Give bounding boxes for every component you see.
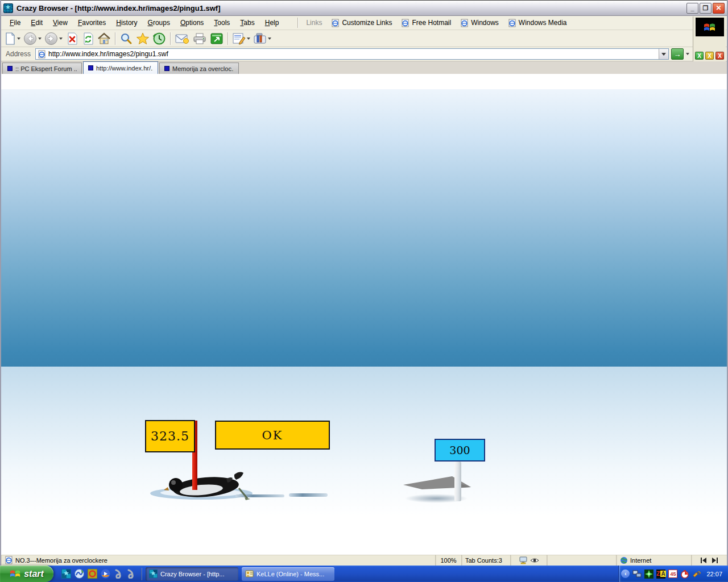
ie-page-icon — [5, 556, 13, 564]
fullscreen-icon — [210, 32, 224, 45]
link-free-hotmail[interactable]: Free Hotmail — [396, 18, 456, 28]
home-button[interactable] — [96, 31, 112, 46]
close-tab-yellow-button[interactable]: X — [705, 52, 714, 60]
refresh-button[interactable] — [80, 31, 96, 46]
ie-page-icon — [38, 50, 46, 59]
search-icon — [119, 32, 133, 45]
tray-collapse-chevron[interactable]: ‹ — [621, 569, 630, 578]
tab-memorija-za-overclockere[interactable]: Memorija za overcloc... — [159, 63, 239, 74]
network-icon[interactable] — [632, 569, 642, 579]
windows-media-player-icon[interactable] — [101, 569, 110, 579]
main-toolbar — [1, 30, 727, 47]
tab-counts: Tab Counts:3 — [465, 557, 502, 564]
edit-button[interactable] — [231, 31, 251, 46]
tools-dropdown[interactable] — [268, 38, 271, 40]
tools-icon — [253, 32, 267, 45]
zonealarm-icon[interactable]: ZA — [656, 569, 665, 579]
new-page-dropdown[interactable] — [17, 38, 20, 40]
crazy-browser-icon — [3, 3, 13, 13]
ie-page-icon — [508, 19, 516, 27]
menu-edit[interactable]: Edit — [26, 17, 48, 28]
link-label: Windows Media — [519, 19, 567, 27]
ie-page-icon — [460, 19, 469, 27]
new-page-icon — [5, 32, 16, 45]
back-button[interactable] — [22, 31, 43, 46]
tab-pc-ekspert-forum[interactable]: :: PC Ekspert Forum ... — [2, 63, 82, 74]
start-button[interactable]: start — [0, 566, 53, 582]
antivirus-icon[interactable] — [644, 569, 653, 579]
links-label: Links — [306, 19, 322, 27]
menu-options[interactable]: Options — [175, 17, 209, 28]
skid-mark — [235, 494, 284, 497]
back-dropdown[interactable] — [38, 38, 42, 40]
toolbar-separator — [170, 32, 171, 45]
flash-game-area: 323.5 OK 300 — [1, 74, 727, 554]
menu-history[interactable]: History — [111, 17, 142, 28]
menu-groups[interactable]: Groups — [143, 17, 175, 28]
tab-bar: :: PC Ekspert Forum ... http://www.index… — [1, 61, 727, 74]
messenger-icon — [245, 569, 254, 578]
status-text: NO.3---Memorija za overclockere — [15, 557, 107, 564]
zoom-level: 100% — [440, 557, 456, 564]
crazy-browser-quicklaunch-icon[interactable] — [61, 569, 71, 579]
menu-favorites[interactable]: Favorites — [73, 17, 111, 28]
next-tab-icon[interactable] — [712, 558, 718, 563]
minimize-button[interactable]: _ — [686, 3, 698, 14]
timer-icon[interactable] — [680, 569, 689, 579]
edit-dropdown[interactable] — [247, 38, 250, 40]
new-page-button[interactable] — [3, 31, 22, 46]
print-button[interactable] — [191, 31, 208, 46]
go-button[interactable]: → — [671, 48, 684, 60]
forward-button[interactable] — [43, 31, 64, 46]
ie-page-icon — [401, 19, 410, 27]
link-label: Windows — [471, 19, 499, 27]
crazy-browser-icon — [149, 569, 158, 578]
taskbar-button-crazy-browser[interactable]: Crazy Browser - [http... — [146, 567, 238, 581]
taskbar-clock: 22:07 — [706, 571, 722, 577]
search-button[interactable] — [118, 31, 134, 46]
temperature-monitor-icon[interactable]: 45 — [668, 569, 677, 578]
favorites-button[interactable] — [135, 31, 151, 46]
link-customize-links[interactable]: Customize Links — [326, 18, 396, 28]
shortcut-icon[interactable] — [126, 569, 135, 579]
task-button-label: Crazy Browser - [http... — [160, 571, 224, 577]
mail-button[interactable] — [173, 31, 191, 46]
link-windows[interactable]: Windows — [456, 18, 503, 28]
toolbar-separator — [228, 32, 228, 45]
status-tab-counts: Tab Counts:3 — [462, 555, 511, 566]
stop-button[interactable] — [64, 31, 80, 46]
go-dropdown[interactable] — [686, 53, 689, 55]
status-bar: NO.3---Memorija za overclockere 100% Tab… — [1, 554, 727, 566]
address-input[interactable] — [48, 50, 659, 58]
windows-logo-throbber — [696, 18, 724, 36]
link-windows-media[interactable]: Windows Media — [503, 18, 572, 28]
taskbar-divider — [141, 568, 142, 580]
power-plug-icon[interactable] — [692, 569, 701, 579]
menu-tools[interactable]: Tools — [209, 17, 235, 28]
taskbar-button-messenger[interactable]: KeLLe (Online) - Mess... — [242, 567, 334, 581]
menu-file[interactable]: File — [5, 17, 26, 28]
clipboard-app-icon[interactable] — [88, 569, 97, 579]
tab-index-hr-active[interactable]: http://www.index.hr/... — [83, 61, 158, 74]
fullscreen-button[interactable] — [209, 31, 225, 46]
close-tab-red-button[interactable]: X — [715, 52, 724, 60]
close-tab-green-button[interactable]: X — [695, 52, 704, 60]
prev-tab-icon[interactable] — [701, 558, 706, 563]
menu-tabs[interactable]: Tabs — [235, 17, 259, 28]
history-button[interactable] — [151, 31, 167, 46]
restore-button[interactable]: ❐ — [700, 3, 712, 14]
close-button[interactable]: ✕ — [713, 3, 725, 14]
task-button-label: KeLLe (Online) - Mess... — [257, 571, 324, 577]
ok-button[interactable]: OK — [215, 421, 330, 450]
menu-help[interactable]: Help — [260, 17, 284, 28]
address-dropdown-button[interactable] — [659, 49, 668, 59]
forward-dropdown[interactable] — [59, 38, 63, 40]
ie-page-icon — [331, 19, 340, 27]
edit-icon — [232, 32, 246, 45]
tools-button[interactable] — [252, 31, 272, 46]
msn-explorer-icon[interactable] — [75, 569, 84, 579]
shortcut-icon[interactable] — [114, 569, 123, 579]
zone-label: Internet — [630, 557, 651, 564]
menu-view[interactable]: View — [48, 17, 73, 28]
status-zoom: 100% — [436, 555, 462, 566]
